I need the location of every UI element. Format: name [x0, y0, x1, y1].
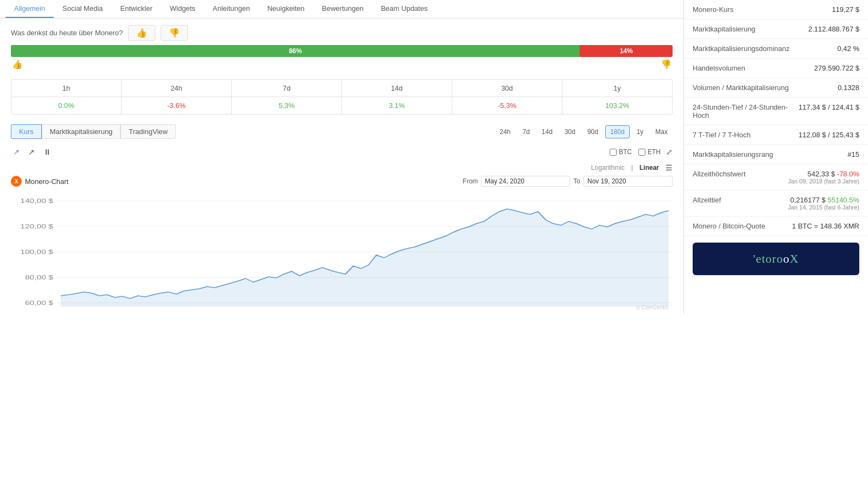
- stat-value-7t-range: 112,08 $ / 125,43 $: [799, 131, 859, 139]
- time-btn-180d[interactable]: 180d: [605, 125, 630, 138]
- stat-value-marktkapitalisierung: 2.112.488.767 $: [808, 25, 859, 33]
- value-1h: 0.0%: [11, 97, 122, 114]
- tab-bewertungen[interactable]: Bewertungen: [313, 0, 372, 18]
- stat-value-kurs: 119,27 $: [832, 5, 859, 14]
- line-chart-icon[interactable]: ↗: [11, 145, 22, 158]
- y-label-120: 120,00 $: [20, 223, 53, 230]
- stat-value-24h-range: 117,34 $ / 124,41 $: [799, 103, 859, 111]
- logarithmic-scale-button[interactable]: Logarithmic: [589, 163, 627, 173]
- chart-menu-button[interactable]: ☰: [666, 163, 673, 172]
- sentiment-section: Was denkst du heute über Monero? 👍 👎 86%…: [0, 18, 683, 74]
- chart-tab-tradingview[interactable]: TradingView: [121, 124, 176, 139]
- time-btn-max[interactable]: Max: [650, 125, 673, 138]
- tab-beam-updates[interactable]: Beam Updates: [372, 0, 436, 18]
- nav-tabs: Allgemein Social Media Entwickler Widget…: [0, 0, 683, 18]
- sentiment-bar-red: 14%: [580, 45, 673, 57]
- scale-separator: |: [631, 164, 633, 171]
- tab-anleitungen[interactable]: Anleitungen: [204, 0, 259, 18]
- time-btn-24h[interactable]: 24h: [495, 125, 515, 138]
- to-date-input[interactable]: [584, 176, 673, 187]
- value-24h: -3.6%: [122, 97, 232, 114]
- time-btn-30d[interactable]: 30d: [560, 125, 580, 138]
- stat-label-volumen-markt: Volumen / Marktkapitalisierung: [693, 84, 838, 92]
- stat-value-ath: 542,33 $ -78.0% Jan 09, 2018 (fast 3 Jah…: [788, 170, 859, 185]
- to-label: To: [573, 177, 580, 185]
- header-14d: 14d: [342, 80, 452, 97]
- etoro-banner[interactable]: 'etorooX: [693, 243, 859, 275]
- price-table-values: 0.0% -3.6% 5.3% 3.1% -5.3% 103.2%: [11, 97, 672, 114]
- time-btn-90d[interactable]: 90d: [582, 125, 603, 138]
- value-1y: 103.2%: [562, 97, 672, 114]
- chart-svg-container: 140,00 $ 120,00 $ 100,00 $ 80,00 $ 60,00…: [11, 190, 673, 315]
- tab-entwickler[interactable]: Entwickler: [112, 0, 161, 18]
- tab-allgemein[interactable]: Allgemein: [5, 0, 54, 18]
- tab-widgets[interactable]: Widgets: [161, 0, 204, 18]
- xmr-icon: X: [11, 176, 22, 187]
- stat-value-atl: 0,216177 $ 55140.5% Jan 14, 2015 (fast 6…: [788, 196, 859, 211]
- stat-label-7t-range: 7 T-Tief / 7 T-Hoch: [693, 131, 799, 139]
- stat-label-marktkapitalisierung: Marktkapitalisierung: [693, 25, 808, 33]
- btc-checkbox-label[interactable]: BTC: [610, 148, 632, 156]
- stat-label-dominanz: Marktkapitalisierungsdominanz: [693, 45, 838, 53]
- linear-scale-button[interactable]: Linear: [637, 163, 661, 173]
- sentiment-bar: 86% 14%: [11, 45, 673, 57]
- sentiment-question-text: Was denkst du heute über Monero?: [11, 29, 123, 37]
- chart-tab-marktkapitalisierung[interactable]: Marktkapitalisierung: [42, 124, 121, 139]
- stat-label-atl: Allzeittief: [693, 196, 788, 204]
- stat-label-ath: Allzeithöchstwert: [693, 170, 788, 178]
- watermark-text: ⊙ CoinGecko: [636, 304, 668, 310]
- price-change-table: 1h 24h 7d 14d 30d 1y 0.0% -3.6% 5.3% 3.1…: [11, 79, 673, 115]
- stat-row-ath: Allzeithöchstwert 542,33 $ -78.0% Jan 09…: [684, 164, 868, 190]
- time-btn-7d[interactable]: 7d: [517, 125, 534, 138]
- chart-checkboxes: BTC ETH: [610, 148, 661, 156]
- chart-title: X Monero-Chart: [11, 176, 68, 187]
- chart-icon-buttons: ↗ ↗ ⏸: [11, 145, 53, 158]
- thumbs-up-button[interactable]: 👍: [128, 25, 155, 41]
- stat-row-handelsvolumen: Handelsvolumen 279.590.722 $: [684, 59, 868, 78]
- btc-checkbox[interactable]: [610, 149, 617, 156]
- stat-row-kurs: Monero-Kurs 119,27 $: [684, 0, 868, 20]
- header-1h: 1h: [11, 80, 122, 97]
- tab-social-media[interactable]: Social Media: [54, 0, 111, 18]
- candlestick-icon[interactable]: ↗: [26, 145, 37, 158]
- y-label-100: 100,00 $: [20, 249, 53, 255]
- stat-label-24h-range: 24-Stunden-Tief / 24-Stunden-Hoch: [693, 103, 799, 119]
- negative-sentiment-icon: 👎: [661, 59, 671, 69]
- stat-row-btc-quote: Monero / Bitcoin-Quote 1 BTC = 148.36 XM…: [684, 217, 868, 236]
- chart-area: X Monero-Chart From To: [0, 173, 683, 315]
- eth-checkbox-label[interactable]: ETH: [638, 148, 661, 156]
- time-btn-1y[interactable]: 1y: [632, 125, 649, 138]
- header-1y: 1y: [562, 80, 672, 97]
- stat-row-atl: Allzeittief 0,216177 $ 55140.5% Jan 14, …: [684, 190, 868, 217]
- value-14d: 3.1%: [342, 97, 452, 114]
- stat-row-dominanz: Marktkapitalisierungsdominanz 0,42 %: [684, 39, 868, 59]
- bar-chart-icon[interactable]: ⏸: [41, 145, 53, 158]
- right-panel: Monero-Kurs 119,27 $ Marktkapitalisierun…: [683, 0, 868, 315]
- sentiment-bar-green: 86%: [11, 45, 580, 57]
- chart-watermark: ⊙ CoinGecko: [636, 304, 668, 310]
- btc-label: BTC: [619, 148, 632, 156]
- stat-value-handelsvolumen: 279.590.722 $: [814, 64, 859, 72]
- thumbs-down-button[interactable]: 👎: [161, 25, 188, 41]
- y-label-140: 140,00 $: [20, 198, 53, 204]
- stat-row-rang: Marktkapitalisierungsrang #15: [684, 145, 868, 164]
- stat-value-rang: #15: [847, 150, 859, 158]
- stats-table: Monero-Kurs 119,27 $ Marktkapitalisierun…: [684, 0, 868, 236]
- expand-button[interactable]: ⤢: [666, 148, 673, 156]
- time-btn-14d[interactable]: 14d: [537, 125, 557, 138]
- header-7d: 7d: [232, 80, 342, 97]
- tab-neuigkeiten[interactable]: Neuigkeiten: [258, 0, 313, 18]
- price-chart-svg: 140,00 $ 120,00 $ 100,00 $ 80,00 $ 60,00…: [11, 190, 673, 315]
- stat-row-volumen-markt: Volumen / Marktkapitalisierung 0.1328: [684, 78, 868, 98]
- eth-checkbox[interactable]: [638, 149, 645, 156]
- header-24h: 24h: [122, 80, 232, 97]
- positive-sentiment-icon: 👍: [12, 59, 23, 69]
- stat-value-volumen-markt: 0.1328: [838, 84, 859, 92]
- price-table-header: 1h 24h 7d 14d 30d 1y: [11, 80, 672, 97]
- from-date-input[interactable]: [481, 176, 570, 187]
- scale-controls: Logarithmic | Linear ☰: [0, 161, 683, 173]
- chart-tab-kurs[interactable]: Kurs: [11, 124, 42, 139]
- chart-type-tabs: Kurs Marktkapitalisierung TradingView: [11, 124, 176, 139]
- chart-time-controls: 24h 7d 14d 30d 90d 180d 1y Max: [495, 125, 673, 138]
- stat-value-btc-quote: 1 BTC = 148.36 XMR: [792, 222, 859, 230]
